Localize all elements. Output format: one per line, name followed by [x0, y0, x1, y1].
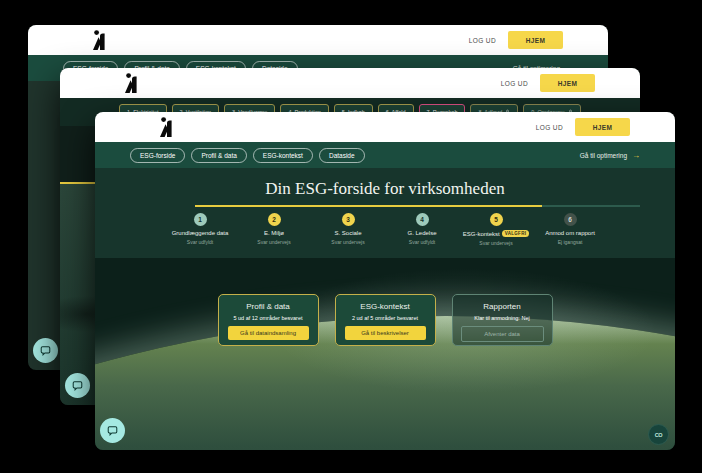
step-label: Grundlæggende data	[172, 230, 229, 236]
card-button-afventer-data: Afventer data	[461, 326, 544, 342]
nav-pill-dataside[interactable]: Dataside	[319, 148, 365, 163]
step-label: E. Miljø	[264, 230, 284, 236]
summary-card-row: Profil & data5 ud af 12 områder besvaret…	[95, 294, 675, 346]
section-navbar: ESG-forsideProfil & dataESG-kontekstData…	[95, 142, 675, 168]
step-status: Svar undervejs	[479, 240, 512, 246]
card-esg-kontekst: ESG-kontekst2 ud af 5 områder besvaretGå…	[335, 294, 436, 346]
home-button[interactable]: HJEM	[575, 118, 630, 136]
chat-bubble-icon	[40, 345, 51, 356]
progress-track	[195, 205, 640, 207]
card-button-gå-til-beskrivelser[interactable]: Gå til beskrivelser	[345, 326, 426, 340]
co-link-badge[interactable]: CO	[648, 424, 669, 445]
home-button[interactable]: HJEM	[540, 74, 595, 92]
chat-bubble-icon	[72, 380, 83, 391]
step-label: ESG-kontekst	[463, 231, 500, 237]
optimize-label: Gå til optimering	[580, 152, 627, 159]
step-label: S. Sociale	[334, 230, 361, 236]
logout-button[interactable]: LOG UD	[536, 124, 563, 131]
step-label: Anmod om rapport	[545, 230, 595, 236]
card-subtitle: Klar til anmodning: Nej	[474, 315, 529, 321]
step-s-sociale[interactable]: 3S. SocialeSvar undervejs	[311, 213, 385, 246]
nav-pill-esg-kontekst[interactable]: ESG-kontekst	[253, 148, 313, 163]
page-title: Din ESG-forside for virksomheden	[95, 179, 675, 199]
chat-widget-button[interactable]	[33, 338, 58, 363]
card-title: Rapporten	[483, 302, 520, 311]
nav-pill-group: ESG-forsideProfil & dataESG-kontekstData…	[130, 148, 365, 163]
step-grundlæggende-data[interactable]: 1Grundlæggende dataSvar udfyldt	[163, 213, 237, 246]
step-status: Svar udfyldt	[409, 239, 435, 245]
home-button[interactable]: HJEM	[508, 31, 563, 49]
app-header: LOG UD HJEM	[95, 112, 675, 142]
arrow-right-icon: →	[632, 151, 640, 160]
step-number: 4	[416, 213, 429, 226]
step-number: 1	[194, 213, 207, 226]
nav-pill-esg-forside[interactable]: ESG-forside	[130, 148, 185, 163]
step-number: 6	[564, 213, 577, 226]
step-e-miljø[interactable]: 2E. MiljøSvar undervejs	[237, 213, 311, 246]
step-number: 3	[342, 213, 355, 226]
chat-widget-button[interactable]	[65, 373, 90, 398]
company-logo-icon[interactable]	[159, 117, 174, 137]
desktop-background: LOG UD HJEM ESG-forsideProfil & dataESG-…	[0, 0, 702, 473]
card-profil-data: Profil & data5 ud af 12 områder besvaret…	[218, 294, 319, 346]
progress-fill	[195, 205, 542, 207]
step-anmod-om-rapport[interactable]: 6Anmod om rapportEj igangsat	[533, 213, 607, 246]
hero-section: Din ESG-forside for virksomheden 1Grundl…	[95, 168, 675, 258]
step-status: Ej igangsat	[558, 239, 583, 245]
logout-button[interactable]: LOG UD	[469, 37, 496, 44]
go-to-optimization-link[interactable]: Gå til optimering →	[580, 151, 640, 160]
card-button-gå-til-dataindsamling[interactable]: Gå til dataindsamling	[228, 326, 309, 340]
chat-bubble-icon	[107, 425, 118, 436]
chat-widget-button[interactable]	[100, 418, 125, 443]
app-header: LOG UD HJEM	[60, 68, 640, 98]
card-subtitle: 5 ud af 12 områder besvaret	[233, 315, 302, 321]
company-logo-icon[interactable]	[92, 30, 107, 50]
step-number: 5	[490, 213, 503, 226]
company-logo-icon[interactable]	[124, 73, 139, 93]
esg-forside-window: LOG UD HJEM ESG-forsideProfil & dataESG-…	[95, 112, 675, 450]
overview-section: Profil & data5 ud af 12 områder besvaret…	[95, 258, 675, 450]
logout-button[interactable]: LOG UD	[501, 80, 528, 87]
step-g-ledelse[interactable]: 4G. LedelseSvar udfyldt	[385, 213, 459, 246]
step-tracker: 1Grundlæggende dataSvar udfyldt2E. Miljø…	[163, 213, 609, 246]
step-status: Svar udfyldt	[187, 239, 213, 245]
app-header: LOG UD HJEM	[28, 25, 608, 55]
step-status: Svar undervejs	[257, 239, 290, 245]
nav-pill-profil-data[interactable]: Profil & data	[191, 148, 246, 163]
step-label: G. Ledelse	[407, 230, 436, 236]
valgfri-badge: VALGFRI	[502, 230, 530, 237]
step-number: 2	[268, 213, 281, 226]
step-esg-kontekst[interactable]: 5ESG-kontekstVALGFRISvar undervejs	[459, 213, 533, 246]
card-subtitle: 2 ud af 5 områder besvaret	[352, 315, 418, 321]
card-title: Profil & data	[246, 302, 290, 311]
card-rapporten: RapportenKlar til anmodning: NejAfventer…	[452, 294, 553, 346]
card-title: ESG-kontekst	[360, 302, 409, 311]
step-status: Svar undervejs	[331, 239, 364, 245]
